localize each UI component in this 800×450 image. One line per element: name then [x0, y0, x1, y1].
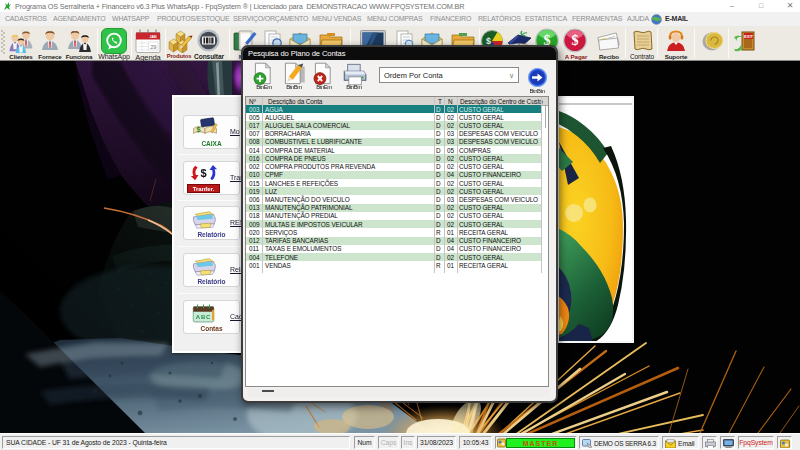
svg-text:$: $ [486, 36, 491, 46]
svg-text:EXIT: EXIT [744, 34, 753, 39]
svg-text:$: $ [196, 125, 200, 134]
svg-text:$: $ [201, 167, 207, 179]
svg-text:29: 29 [150, 44, 156, 50]
svg-text:JAN: JAN [149, 35, 157, 39]
svg-text:$: $ [571, 32, 578, 48]
svg-text:ABC: ABC [196, 314, 212, 320]
